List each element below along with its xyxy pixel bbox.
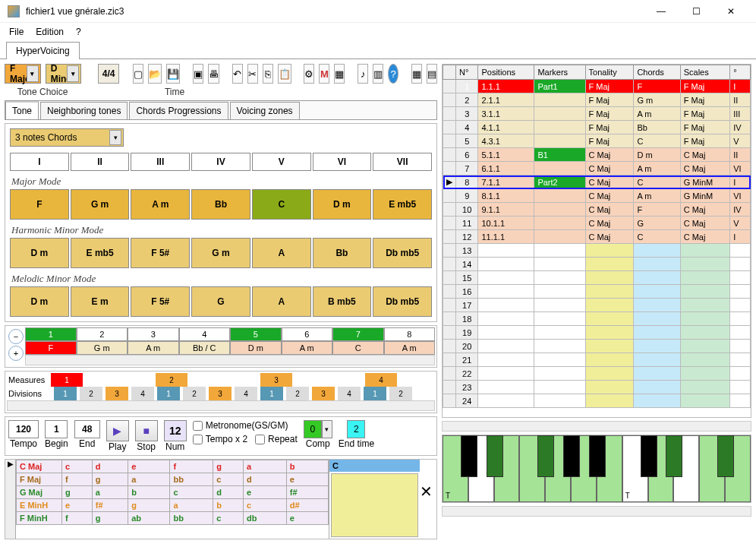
seq-cell[interactable]: A m: [128, 341, 179, 355]
grid-row[interactable]: 44.1.1F MajBbF MajIV: [443, 121, 751, 134]
open-icon[interactable]: 📂: [148, 64, 162, 84]
print-icon[interactable]: 🖶: [208, 64, 219, 84]
grid-row[interactable]: 22.1.1F MajG mF MajII: [443, 93, 751, 107]
chord-button[interactable]: G m: [191, 238, 250, 268]
play-button[interactable]: ▶: [106, 420, 129, 441]
black-key[interactable]: [666, 435, 682, 477]
chord-button[interactable]: G: [191, 286, 250, 317]
comp-input[interactable]: 0: [304, 420, 322, 438]
measure-cell[interactable]: [121, 373, 153, 387]
help-icon[interactable]: ?: [388, 64, 398, 84]
piano-scrollbar[interactable]: [442, 506, 751, 517]
key-minor-select[interactable]: D Minor▾: [46, 64, 82, 84]
grid-row[interactable]: 33.1.1F MajA mF MajIII: [443, 107, 751, 121]
scale-row[interactable]: G Majgabcdef#: [17, 486, 329, 499]
table-scrollbar[interactable]: [442, 421, 751, 432]
scale-row[interactable]: E MinHef#gabcd#: [17, 499, 329, 512]
measure-cell[interactable]: [400, 373, 432, 387]
grid-row[interactable]: 14: [443, 258, 751, 271]
grid-row[interactable]: 22: [443, 367, 751, 381]
division-cell[interactable]: 2: [183, 387, 206, 400]
chord-button[interactable]: F 5#: [131, 238, 190, 268]
seq-cell[interactable]: D m: [230, 341, 282, 355]
grid2-icon[interactable]: ▤: [427, 64, 437, 84]
chord-button[interactable]: A m: [131, 189, 190, 220]
grid-row[interactable]: ▶87.1.1Part2C MajCG MinMI: [443, 175, 751, 189]
menu-help[interactable]: ?: [76, 27, 81, 37]
seq-cell[interactable]: A m: [384, 341, 436, 355]
end-input[interactable]: 48: [74, 420, 100, 438]
save-icon[interactable]: 💾: [166, 64, 180, 84]
copy-icon[interactable]: ⎘: [263, 64, 273, 84]
measure-cell[interactable]: [330, 373, 362, 387]
seq-cell[interactable]: G m: [77, 341, 128, 355]
grid-row[interactable]: 13: [443, 244, 751, 258]
stop-button[interactable]: ■: [135, 420, 158, 441]
metronome-checkbox[interactable]: Metronome(GS/GM): [193, 420, 298, 431]
grid-row[interactable]: 24: [443, 394, 751, 408]
chord-button[interactable]: E mb5: [71, 238, 130, 268]
chord-button[interactable]: D m: [10, 286, 69, 317]
chord-button[interactable]: Bb: [191, 189, 250, 220]
tab-tone[interactable]: Tone: [5, 101, 39, 119]
division-cell[interactable]: 3: [312, 387, 335, 400]
division-cell[interactable]: 1: [364, 387, 386, 400]
measure-cell[interactable]: [225, 373, 257, 387]
grid-row[interactable]: 76.1.1C MajA mC MajVI: [443, 162, 751, 175]
division-cell[interactable]: 4: [338, 387, 361, 400]
division-cell[interactable]: 3: [106, 387, 128, 400]
grid-row[interactable]: 98.1.1C MajA mG MinMVI: [443, 189, 751, 203]
division-cell[interactable]: 4: [131, 387, 154, 400]
measure-cell[interactable]: [191, 373, 222, 387]
black-key[interactable]: [641, 435, 657, 477]
chevron-down-icon[interactable]: ▾: [322, 420, 332, 438]
key-major-select[interactable]: F Major▾: [5, 64, 41, 84]
measure-cell[interactable]: [295, 373, 327, 387]
measure-cell[interactable]: 1: [51, 373, 83, 387]
division-cell[interactable]: 1: [157, 387, 180, 400]
grid1-icon[interactable]: ▦: [411, 64, 422, 84]
close-icon[interactable]: ✕: [420, 482, 436, 501]
close-button[interactable]: ✕: [713, 0, 748, 23]
black-key[interactable]: [717, 435, 734, 477]
grid-row[interactable]: 20: [443, 340, 751, 353]
grid-row[interactable]: 54.3.1F MajCF MajV: [443, 134, 751, 148]
black-key[interactable]: [589, 435, 606, 477]
m-icon[interactable]: M: [319, 64, 329, 84]
grid-row[interactable]: 1110.1.1C MajGC MajV: [443, 217, 751, 230]
seq-cell[interactable]: F: [25, 341, 77, 355]
measure-cell[interactable]: 3: [260, 373, 292, 387]
menu-edition[interactable]: Edition: [36, 27, 64, 37]
piano-icon[interactable]: ▥: [373, 64, 383, 84]
tempox2-checkbox[interactable]: Tempo x 2: [193, 434, 247, 444]
seq-cell[interactable]: Bb / C: [179, 341, 231, 355]
note-icon[interactable]: ♪: [358, 64, 368, 84]
menu-file[interactable]: File: [9, 27, 24, 37]
division-cell[interactable]: 2: [286, 387, 309, 400]
chord-button[interactable]: Bb: [313, 238, 372, 268]
scales-table[interactable]: C MajcdefgabF MajfgabbcdeG Majgabcdef#E …: [16, 460, 329, 525]
chord-button[interactable]: D m: [313, 189, 372, 220]
black-key[interactable]: [537, 435, 554, 477]
minimize-button[interactable]: —: [644, 0, 679, 23]
save-as-icon[interactable]: ▣: [193, 64, 203, 84]
division-cell[interactable]: 1: [260, 387, 283, 400]
tab-progressions[interactable]: Chords Progressions: [129, 102, 228, 119]
seq-cell[interactable]: A m: [282, 341, 333, 355]
chord-button[interactable]: A: [252, 286, 311, 317]
division-cell[interactable]: 4: [235, 387, 257, 400]
timesig-button[interactable]: 4/4: [98, 64, 119, 84]
seq-cell[interactable]: C: [332, 341, 384, 355]
paste-icon[interactable]: 📋: [278, 64, 291, 84]
division-cell[interactable]: 2: [389, 387, 412, 400]
measures-scrollbar[interactable]: [7, 400, 435, 411]
grid-row[interactable]: 21: [443, 353, 751, 367]
positions-table[interactable]: N°PositionsMarkersTonalityChordsScales°1…: [443, 65, 751, 408]
division-cell[interactable]: 1: [54, 387, 77, 400]
tab-neighboring[interactable]: Neighboring tones: [40, 102, 128, 119]
tab-voicing[interactable]: Voicing zones: [230, 102, 300, 119]
scale-row[interactable]: F MinHfgabbbcdbe: [17, 512, 329, 525]
chord-button[interactable]: F: [10, 189, 69, 220]
begin-input[interactable]: 1: [45, 420, 68, 438]
measure-cell[interactable]: 4: [365, 373, 397, 387]
